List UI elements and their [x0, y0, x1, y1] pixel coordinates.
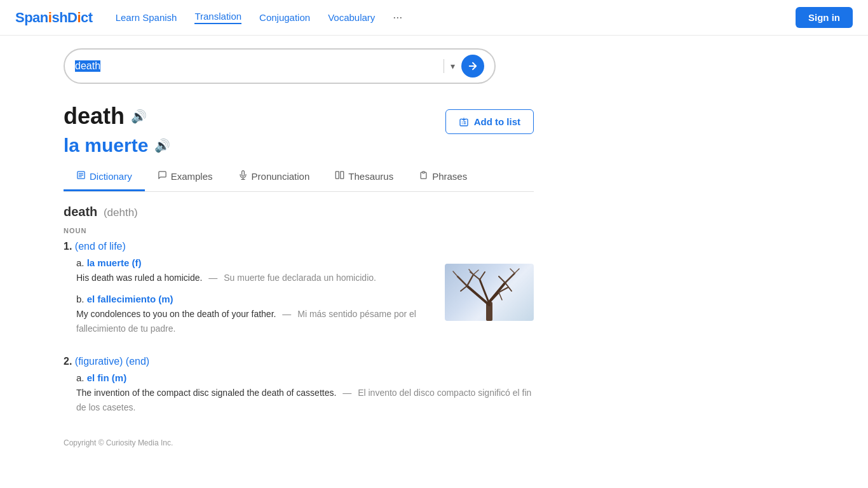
word-header: death 🔊 la muerte 🔊 Add to list [0, 90, 597, 163]
svg-line-17 [499, 292, 502, 300]
sub-sense-2a-letter: a. [76, 372, 85, 383]
svg-line-15 [480, 272, 485, 280]
tab-pronunciation-label: Pronunciation [252, 171, 310, 182]
nav-vocabulary[interactable]: Vocabulary [328, 12, 375, 23]
copyright: Copyright © Curiosity Media Inc. [0, 426, 868, 460]
sub-sense-1b-translation: el fallecimiento (m) [87, 294, 173, 304]
tab-dictionary-label: Dictionary [90, 171, 132, 182]
word-phonetic-text: (dehth) [104, 207, 138, 219]
svg-line-8 [458, 276, 467, 286]
search-bar: ▾ [64, 48, 496, 84]
add-to-list-button[interactable]: Add to list [445, 109, 534, 134]
sense-1-num: 1. (end of life) [64, 241, 534, 252]
example-1b-english: My condolences to you on the death of yo… [76, 309, 276, 319]
sub-sense-1a-label: a. la muerte (f) [76, 257, 426, 268]
audio-spanish-icon[interactable]: 🔊 [154, 138, 170, 153]
tab-phrases-label: Phrases [432, 171, 467, 182]
svg-line-18 [453, 271, 458, 276]
svg-line-10 [461, 286, 467, 291]
svg-line-7 [489, 292, 499, 302]
dictionary-tab-icon [76, 170, 86, 182]
sense-2-label: (figurative) (end) [75, 356, 149, 367]
svg-rect-1 [336, 172, 339, 179]
tabs-bar: Dictionary Examples Pronunciation Thesau… [64, 163, 534, 192]
tab-examples[interactable]: Examples [145, 163, 226, 191]
examples-tab-icon [158, 170, 167, 182]
english-word: death [64, 103, 125, 130]
navbar: SpanishDict Learn Spanish Translation Co… [0, 0, 868, 36]
nav-more-icon[interactable]: ··· [393, 11, 402, 24]
example-1b-dash: — [282, 309, 291, 319]
example-2a: The invention of the compact disc signal… [76, 386, 534, 414]
add-to-list-label: Add to list [474, 116, 520, 127]
sub-sense-1a: a. la muerte (f) His death was ruled a h… [76, 257, 426, 285]
example-1b: My condolences to you on the death of yo… [76, 307, 426, 336]
svg-rect-2 [341, 172, 344, 179]
nav-conjugation[interactable]: Conjugation [259, 12, 310, 23]
svg-line-11 [505, 273, 515, 283]
nav-translation[interactable]: Translation [194, 11, 241, 24]
tab-thesaurus[interactable]: Thesaurus [322, 163, 406, 191]
sub-sense-2a: a. el fin (m) The invention of the compa… [76, 372, 534, 414]
sense-1-main: a. la muerte (f) His death was ruled a h… [64, 257, 426, 344]
svg-line-22 [510, 269, 515, 273]
nav-learn-spanish[interactable]: Learn Spanish [116, 12, 177, 23]
sub-sense-1b: b. el fallecimiento (m) My condolences t… [76, 294, 426, 336]
pronunciation-tab-icon [238, 170, 248, 182]
sub-sense-1b-label: b. el fallecimiento (m) [76, 294, 426, 304]
example-1a-spanish: Su muerte fue declarada un homicidio. [224, 273, 376, 283]
site-logo[interactable]: SpanishDict [15, 10, 93, 26]
word-spanish: la muerte 🔊 [64, 135, 170, 156]
sense-2: 2. (figurative) (end) a. el fin (m) The … [64, 356, 534, 414]
arrow-right-icon [467, 60, 478, 72]
word-phonetic-word: death [64, 205, 97, 219]
language-dropdown-icon[interactable]: ▾ [451, 61, 455, 71]
thesaurus-tab-icon [335, 170, 344, 182]
sense-1-label: (end of life) [75, 241, 126, 252]
tree-svg [448, 267, 531, 321]
svg-line-13 [499, 276, 505, 283]
tabs-section: Dictionary Examples Pronunciation Thesau… [0, 163, 597, 192]
tab-thesaurus-label: Thesaurus [348, 171, 393, 182]
sense-1-content: a. la muerte (f) His death was ruled a h… [64, 257, 534, 344]
search-button[interactable] [461, 55, 484, 78]
sense-1: 1. (end of life) a. la muerte (f) His de… [64, 241, 534, 344]
tab-examples-label: Examples [171, 171, 213, 182]
pos-label: NOUN [64, 227, 534, 234]
spanish-word: la muerte [64, 135, 148, 156]
example-1a-english: His death was ruled a homicide. [76, 273, 202, 283]
tree-image [445, 264, 534, 321]
dictionary-content: death (dehth) NOUN 1. (end of life) a. l… [0, 205, 597, 414]
add-list-icon [459, 117, 469, 127]
sub-sense-2a-translation: el fin (m) [87, 372, 127, 383]
tab-dictionary[interactable]: Dictionary [64, 163, 145, 191]
example-2a-dash: — [342, 388, 351, 398]
search-area: ▾ [0, 36, 868, 90]
sub-sense-1b-letter: b. [76, 294, 85, 304]
svg-line-21 [515, 269, 519, 273]
svg-line-20 [473, 270, 478, 274]
example-2a-english: The invention of the compact disc signal… [76, 388, 336, 398]
phrases-tab-icon [419, 170, 428, 182]
sign-in-button[interactable]: Sign in [796, 7, 853, 28]
sense-2-num: 2. (figurative) (end) [64, 356, 534, 367]
sub-sense-2a-label: a. el fin (m) [76, 372, 534, 383]
search-input[interactable] [75, 60, 437, 72]
sub-sense-1a-letter: a. [76, 257, 85, 268]
sub-sense-1a-translation: la muerte (f) [87, 257, 142, 268]
example-1a: His death was ruled a homicide. — Su mue… [76, 271, 426, 285]
tab-phrases[interactable]: Phrases [406, 163, 480, 191]
word-left: death 🔊 la muerte 🔊 [64, 103, 170, 156]
audio-english-icon[interactable]: 🔊 [131, 109, 147, 124]
example-1a-dash: — [208, 273, 217, 283]
svg-line-9 [467, 274, 473, 286]
tab-pronunciation[interactable]: Pronunciation [226, 163, 323, 191]
word-phonetic: death (dehth) [64, 205, 534, 219]
word-english: death 🔊 [64, 103, 170, 130]
search-divider [444, 59, 444, 73]
